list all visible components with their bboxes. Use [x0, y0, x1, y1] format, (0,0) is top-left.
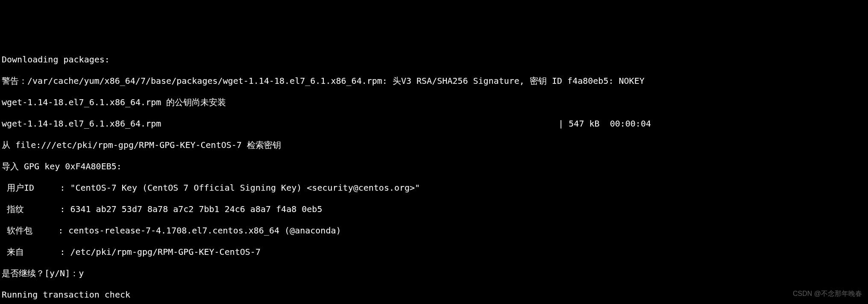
- rpm-name: wget-1.14-18.el7_6.1.x86_64.rpm: [2, 118, 161, 129]
- output-line: 来自 : /etc/pki/rpm-gpg/RPM-GPG-KEY-CentOS…: [2, 247, 866, 257]
- output-line: Downloading packages:: [2, 54, 866, 65]
- output-line: wget-1.14-18.el7_6.1.x86_64.rpm| 547 kB …: [2, 118, 651, 129]
- output-line: Running transaction check: [2, 289, 866, 300]
- output-line: 从 file:///etc/pki/rpm-gpg/RPM-GPG-KEY-Ce…: [2, 140, 866, 151]
- download-stats: | 547 kB 00:00:04: [558, 118, 651, 129]
- output-line: 导入 GPG key 0xF4A80EB5:: [2, 161, 866, 172]
- output-line: wget-1.14-18.el7_6.1.x86_64.rpm 的公钥尚未安装: [2, 97, 866, 108]
- output-line: 指纹 : 6341 ab27 53d7 8a78 a7c2 7bb1 24c6 …: [2, 204, 866, 215]
- output-line: 用户ID : "CentOS-7 Key (CentOS 7 Official …: [2, 183, 866, 193]
- output-line: 警告：/var/cache/yum/x86_64/7/base/packages…: [2, 76, 866, 86]
- confirm-prompt: 是否继续？[y/N]：y: [2, 268, 866, 279]
- output-line: 软件包 : centos-release-7-4.1708.el7.centos…: [2, 225, 866, 236]
- watermark: CSDN @不念那年晚春: [793, 289, 862, 298]
- terminal-output[interactable]: Downloading packages: 警告：/var/cache/yum/…: [2, 44, 866, 304]
